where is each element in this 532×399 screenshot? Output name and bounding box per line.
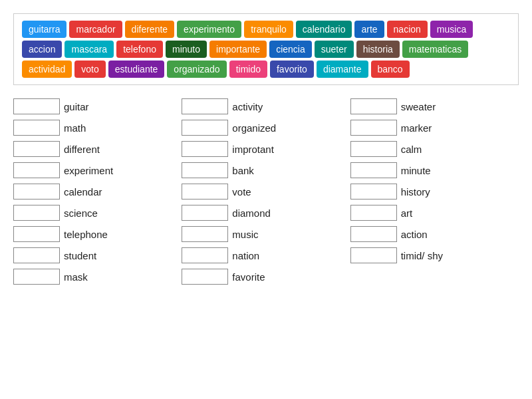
word-label: timid/ shy <box>401 250 443 261</box>
match-row: bank <box>182 162 350 178</box>
tile-10[interactable]: mascara <box>65 41 114 58</box>
answer-box-c0-1[interactable] <box>13 120 60 136</box>
match-row: organized <box>182 120 350 136</box>
answer-box-c2-5[interactable] <box>350 205 397 221</box>
answer-box-c1-6[interactable] <box>182 226 228 242</box>
tile-19[interactable]: voto <box>74 61 105 78</box>
tile-16[interactable]: historia <box>356 41 400 58</box>
answer-box-c1-8[interactable] <box>182 269 228 285</box>
tile-8[interactable]: musica <box>430 21 473 38</box>
word-label: organized <box>232 122 276 134</box>
answer-box-c2-1[interactable] <box>350 120 397 136</box>
tile-20[interactable]: estudiante <box>108 61 165 78</box>
word-label: diamond <box>232 207 271 219</box>
word-label: improtant <box>232 144 274 155</box>
word-label: vote <box>232 186 251 198</box>
word-label: nation <box>232 250 259 261</box>
tile-21[interactable]: organizado <box>167 61 226 78</box>
word-label: experiment <box>64 165 113 176</box>
match-row: telephone <box>13 226 182 242</box>
tile-18[interactable]: actividad <box>22 61 72 78</box>
word-label: math <box>64 122 86 134</box>
match-row: experiment <box>13 162 182 178</box>
match-row: minute <box>350 162 519 178</box>
word-label: music <box>232 229 258 240</box>
tile-22[interactable]: timido <box>229 61 267 78</box>
tile-14[interactable]: ciencia <box>269 41 312 58</box>
match-row: favorite <box>182 269 350 285</box>
tile-23[interactable]: favorito <box>270 61 314 78</box>
match-row: student <box>13 247 182 263</box>
answer-box-c1-5[interactable] <box>182 205 228 221</box>
answer-box-c0-3[interactable] <box>13 162 60 178</box>
answer-box-c2-3[interactable] <box>350 162 397 178</box>
match-row: art <box>350 205 519 221</box>
match-row: music <box>182 226 350 242</box>
match-row: calm <box>350 141 519 157</box>
tiles-container: guitarramarcadordiferenteexperimentotran… <box>13 13 519 85</box>
tile-4[interactable]: tranquilo <box>244 21 293 38</box>
answer-box-c0-8[interactable] <box>13 269 60 285</box>
match-row: history <box>350 184 519 200</box>
match-row: calendar <box>13 184 182 200</box>
word-label: calendar <box>64 186 102 198</box>
word-label: activity <box>232 101 263 112</box>
match-col-2: activityorganizedimprotantbankvotediamon… <box>182 98 350 290</box>
tile-2[interactable]: diferente <box>125 21 174 38</box>
match-row: different <box>13 141 182 157</box>
word-label: history <box>401 186 430 198</box>
match-col-3: sweatermarkercalmminutehistoryartactiont… <box>350 98 519 290</box>
tile-6[interactable]: arte <box>354 21 384 38</box>
answer-box-c1-2[interactable] <box>182 141 228 157</box>
tile-24[interactable]: diamante <box>317 61 368 78</box>
tile-25[interactable]: banco <box>371 61 410 78</box>
answer-box-c0-7[interactable] <box>13 247 60 263</box>
match-row: vote <box>182 184 350 200</box>
answer-box-c1-1[interactable] <box>182 120 228 136</box>
word-label: favorite <box>232 271 265 283</box>
word-label: minute <box>401 165 431 176</box>
tile-9[interactable]: accion <box>22 41 62 58</box>
answer-box-c0-5[interactable] <box>13 205 60 221</box>
answer-box-c2-4[interactable] <box>350 184 397 200</box>
answer-box-c2-6[interactable] <box>350 226 397 242</box>
tile-15[interactable]: sueter <box>315 41 354 58</box>
tile-5[interactable]: calendario <box>296 21 352 38</box>
answer-box-c2-2[interactable] <box>350 141 397 157</box>
answer-box-c1-3[interactable] <box>182 162 228 178</box>
answer-box-c0-6[interactable] <box>13 226 60 242</box>
tile-12[interactable]: minuto <box>166 41 207 58</box>
match-row: action <box>350 226 519 242</box>
word-label: calm <box>401 144 422 155</box>
word-label: mask <box>64 271 88 283</box>
answer-box-c0-0[interactable] <box>13 98 60 114</box>
word-label: student <box>64 250 96 261</box>
answer-box-c0-2[interactable] <box>13 141 60 157</box>
tile-1[interactable]: marcador <box>69 21 122 38</box>
tile-3[interactable]: experimento <box>177 21 241 38</box>
match-row: nation <box>182 247 350 263</box>
answer-box-c1-7[interactable] <box>182 247 228 263</box>
word-label: guitar <box>64 101 89 112</box>
match-row: science <box>13 205 182 221</box>
match-col-1: guitarmathdifferentexperimentcalendarsci… <box>13 98 182 290</box>
word-label: marker <box>401 122 432 134</box>
match-row: mask <box>13 269 182 285</box>
answer-box-c1-4[interactable] <box>182 184 228 200</box>
match-row: guitar <box>13 98 182 114</box>
answer-box-c1-0[interactable] <box>182 98 228 114</box>
tile-0[interactable]: guitarra <box>22 21 66 38</box>
tile-7[interactable]: nacion <box>387 21 428 38</box>
answer-box-c2-0[interactable] <box>350 98 397 114</box>
match-row: activity <box>182 98 350 114</box>
match-row: math <box>13 120 182 136</box>
tile-11[interactable]: telefono <box>116 41 163 58</box>
word-label: telephone <box>64 229 108 240</box>
match-row: improtant <box>182 141 350 157</box>
match-row: diamond <box>182 205 350 221</box>
tile-13[interactable]: importante <box>209 41 267 58</box>
tile-17[interactable]: matematicas <box>402 41 468 58</box>
answer-box-c2-7[interactable] <box>350 247 397 263</box>
word-label: art <box>401 207 413 219</box>
answer-box-c0-4[interactable] <box>13 184 60 200</box>
